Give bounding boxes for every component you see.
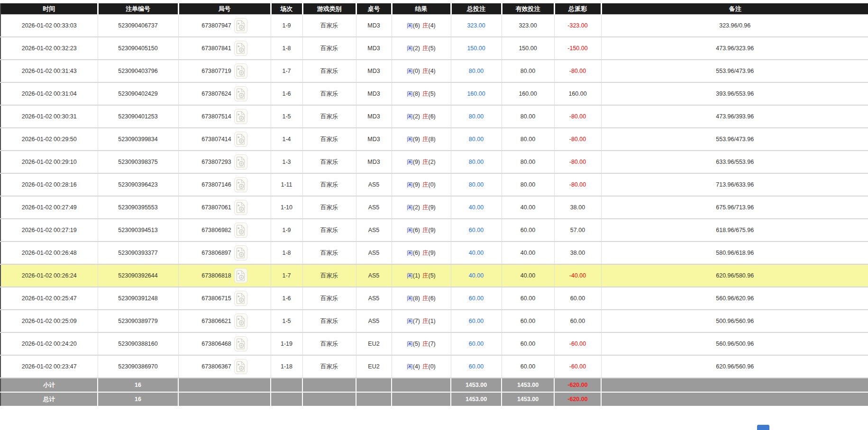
cell-remark: 560.96/620.96 <box>601 287 868 310</box>
result-player-label: 闲 <box>407 250 413 256</box>
cell-payout: -80.00 <box>554 173 601 196</box>
column-header-payout: 总派彩 <box>554 3 601 15</box>
video-replay-button[interactable] <box>234 336 247 351</box>
video-replay-button[interactable] <box>234 18 247 33</box>
result-banker-value: (2) <box>429 159 436 165</box>
cell-total-bet[interactable]: 160.00 <box>451 82 502 105</box>
cell-round: 673807061 <box>178 196 271 219</box>
result-player-value: (0) <box>413 68 420 74</box>
cell-payout: -150.00 <box>554 37 601 60</box>
video-replay-button[interactable] <box>234 41 247 56</box>
video-replay-button[interactable] <box>234 291 247 306</box>
cell-game-type: 百家乐 <box>302 173 356 196</box>
video-replay-button[interactable] <box>234 154 247 170</box>
video-replay-button[interactable] <box>234 268 247 283</box>
cell-game-type: 百家乐 <box>302 151 356 173</box>
table-row: 2026-01-02 00:32:23523090405150673807841… <box>0 37 868 60</box>
cell-round: 673806468 <box>178 332 271 355</box>
cell-valid-bet: 80.00 <box>502 105 554 128</box>
cell-round: 673807719 <box>178 60 271 82</box>
footer-empty-cell <box>178 378 271 392</box>
round-number-wrap: 673806468 <box>179 336 271 351</box>
cell-round: 673806897 <box>178 242 271 264</box>
cell-total-bet[interactable]: 60.00 <box>451 332 502 355</box>
cell-result: 闲(9)庄(0) <box>392 173 451 196</box>
video-replay-button[interactable] <box>234 109 247 124</box>
cell-round: 673807414 <box>178 128 271 151</box>
cell-round: 673806715 <box>178 287 271 310</box>
result-player-label: 闲 <box>407 227 413 233</box>
footer-empty-cell <box>356 392 392 406</box>
cell-valid-bet: 40.00 <box>502 242 554 264</box>
cell-total-bet[interactable]: 40.00 <box>451 242 502 264</box>
cell-game-type: 百家乐 <box>302 355 356 378</box>
result-player-value: (5) <box>413 340 420 347</box>
video-file-icon <box>236 179 245 190</box>
result-player-value: (2) <box>413 204 420 211</box>
footer-empty-cell <box>302 378 356 392</box>
cell-result: 闲(8)庄(6) <box>392 287 451 310</box>
cell-total-bet[interactable]: 60.00 <box>451 219 502 242</box>
cell-total-bet[interactable]: 323.00 <box>451 15 502 37</box>
video-file-icon <box>236 157 245 168</box>
cell-total-bet[interactable]: 150.00 <box>451 37 502 60</box>
result-player-label: 闲 <box>407 22 413 29</box>
cell-round: 673807841 <box>178 37 271 60</box>
video-replay-button[interactable] <box>234 177 247 192</box>
cell-total-bet[interactable]: 80.00 <box>451 151 502 173</box>
cell-time: 2026-01-02 00:25:09 <box>0 310 98 332</box>
video-replay-button[interactable] <box>234 223 247 238</box>
cell-result: 闲(1)庄(5) <box>392 264 451 287</box>
cell-remark: 618.96/675.96 <box>601 219 868 242</box>
cell-total-bet[interactable]: 40.00 <box>451 196 502 219</box>
cell-total-bet[interactable]: 60.00 <box>451 355 502 378</box>
result-banker-label: 庄 <box>422 295 429 302</box>
table-footer: 小计161453.001453.00-620.00总计161453.001453… <box>0 378 868 406</box>
round-number: 673806715 <box>201 295 231 302</box>
cell-session: 1-6 <box>271 287 302 310</box>
cell-valid-bet: 60.00 <box>502 219 554 242</box>
video-replay-button[interactable] <box>234 200 247 215</box>
video-replay-button[interactable] <box>234 245 247 260</box>
pagination-fragment[interactable] <box>757 425 769 430</box>
cell-total-bet[interactable]: 60.00 <box>451 287 502 310</box>
cell-result: 闲(9)庄(2) <box>392 151 451 173</box>
video-replay-button[interactable] <box>234 63 247 79</box>
column-header-remark: 备注 <box>601 3 868 15</box>
cell-game-type: 百家乐 <box>302 15 356 37</box>
cell-table-no: MD3 <box>356 128 392 151</box>
cell-result: 闲(5)庄(7) <box>392 332 451 355</box>
cell-total-bet[interactable]: 80.00 <box>451 173 502 196</box>
table-row: 2026-01-02 00:29:10523090398375673807293… <box>0 151 868 173</box>
result-player-label: 闲 <box>407 204 413 211</box>
cell-valid-bet: 60.00 <box>502 355 554 378</box>
round-number-wrap: 673806367 <box>179 359 271 374</box>
cell-session: 1-8 <box>271 37 302 60</box>
cell-valid-bet: 80.00 <box>502 173 554 196</box>
video-replay-button[interactable] <box>234 86 247 101</box>
footer-subtotal-label: 小计 <box>0 378 98 392</box>
video-replay-button[interactable] <box>234 359 247 374</box>
footer-empty-cell <box>302 392 356 406</box>
cell-total-bet[interactable]: 60.00 <box>451 310 502 332</box>
round-number: 673807719 <box>201 68 231 74</box>
cell-total-bet[interactable]: 80.00 <box>451 128 502 151</box>
result-banker-label: 庄 <box>422 159 429 165</box>
result-player-value: (6) <box>413 227 420 233</box>
video-file-icon <box>236 43 245 54</box>
cell-time: 2026-01-02 00:31:43 <box>0 60 98 82</box>
round-number-wrap: 673806982 <box>179 223 271 238</box>
result-player-value: (9) <box>413 159 420 165</box>
result-player-label: 闲 <box>407 113 413 120</box>
round-number-wrap: 673806897 <box>179 245 271 260</box>
video-replay-button[interactable] <box>234 314 247 329</box>
cell-game-type: 百家乐 <box>302 264 356 287</box>
footer-grand-total-total-bet: 1453.00 <box>451 392 502 406</box>
cell-total-bet[interactable]: 40.00 <box>451 264 502 287</box>
video-replay-button[interactable] <box>234 132 247 147</box>
cell-remark: 473.96/393.96 <box>601 105 868 128</box>
round-number: 673806468 <box>201 340 231 347</box>
cell-table-no: AS5 <box>356 310 392 332</box>
cell-total-bet[interactable]: 80.00 <box>451 105 502 128</box>
cell-total-bet[interactable]: 80.00 <box>451 60 502 82</box>
